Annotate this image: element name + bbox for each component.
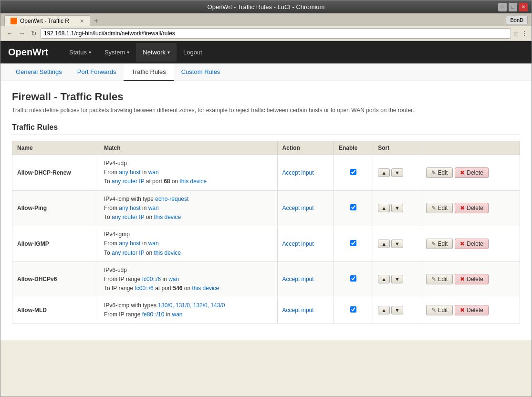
tab-general-settings-label: General Settings	[16, 68, 62, 75]
edit-button[interactable]: ✎ Edit	[426, 203, 453, 213]
rule-name-cell: Allow-Ping	[12, 190, 99, 226]
match-from-link[interactable]: any host	[119, 169, 140, 176]
col-action: Action	[277, 141, 334, 155]
main-content: Firewall - Traffic Rules Traffic rules d…	[0, 81, 532, 334]
delete-icon: ✖	[460, 307, 465, 313]
sort-buttons: ▲ ▼	[378, 240, 416, 248]
match-device-link[interactable]: this device	[180, 178, 207, 185]
match-device-link[interactable]: this device	[192, 285, 219, 292]
match-zone-link[interactable]: wan	[148, 240, 159, 247]
reload-button[interactable]: ↻	[29, 29, 39, 38]
nav-system[interactable]: System ▾	[98, 43, 136, 62]
sort-up-button[interactable]: ▲	[378, 306, 390, 314]
browser-tab-active[interactable]: OpenWrt - Traffic R ✕	[4, 15, 90, 26]
match-to-link[interactable]: any router IP	[112, 250, 144, 256]
col-name: Name	[12, 141, 99, 155]
delete-icon: ✖	[460, 205, 465, 211]
bookmark-button[interactable]: ☆	[513, 30, 519, 37]
sort-up-button[interactable]: ▲	[378, 168, 390, 177]
match-from-range-link[interactable]: fc00::/6	[142, 276, 161, 282]
nav-status[interactable]: Status ▾	[63, 43, 98, 62]
rule-action: Accept input	[282, 169, 314, 176]
maximize-button[interactable]: □	[509, 3, 517, 11]
action-buttons: ✎ Edit ✖ Delete	[426, 203, 515, 213]
forward-button[interactable]: →	[17, 29, 27, 38]
sort-up-button[interactable]: ▲	[378, 275, 390, 283]
match-text: IPv6-udp From IP range fc00::/6 in wan T…	[104, 266, 272, 293]
delete-button[interactable]: ✖ Delete	[455, 239, 489, 249]
tab-port-forwards[interactable]: Port Forwards	[70, 63, 124, 81]
rule-sort-cell: ▲ ▼	[373, 226, 421, 262]
match-from-link[interactable]: any host	[119, 205, 140, 211]
sort-down-button[interactable]: ▼	[391, 240, 403, 248]
delete-label: Delete	[467, 169, 483, 176]
col-actions	[421, 141, 520, 155]
nav-system-label: System	[104, 49, 125, 56]
nav-logout[interactable]: Logout	[177, 43, 209, 62]
match-to-range-link[interactable]: fc00::/6	[135, 285, 153, 292]
match-text: IPv4-icmp with type echo-request From an…	[104, 195, 272, 222]
rule-action-cell: Accept input	[277, 226, 334, 262]
edit-label: Edit	[438, 307, 448, 313]
edit-label: Edit	[438, 205, 448, 211]
bondi-button[interactable]: BonD	[506, 16, 528, 24]
delete-button[interactable]: ✖ Delete	[455, 305, 489, 315]
rule-enable-checkbox[interactable]	[350, 240, 356, 246]
match-to-link[interactable]: any router IP	[112, 178, 144, 185]
minimize-button[interactable]: ─	[498, 3, 507, 11]
edit-button[interactable]: ✎ Edit	[426, 167, 453, 178]
title-bar: OpenWrt - Traffic Rules - LuCI - Chromiu…	[0, 0, 532, 13]
tab-label: OpenWrt - Traffic R	[20, 18, 69, 24]
match-device-link[interactable]: this device	[154, 250, 181, 256]
rule-enable-checkbox[interactable]	[350, 306, 356, 313]
edit-button[interactable]: ✎ Edit	[426, 274, 453, 284]
openwrt-navbar: OpenWrt Status ▾ System ▾ Network ▾ Logo…	[0, 41, 532, 63]
address-input[interactable]	[41, 28, 511, 39]
rule-sort-cell: ▲ ▼	[373, 190, 421, 226]
nav-network[interactable]: Network ▾	[136, 43, 177, 62]
match-to-link[interactable]: any router IP	[112, 214, 144, 220]
rule-actions-cell: ✎ Edit ✖ Delete	[421, 190, 520, 226]
edit-button[interactable]: ✎ Edit	[426, 305, 453, 315]
edit-button[interactable]: ✎ Edit	[426, 239, 453, 249]
sort-down-button[interactable]: ▼	[391, 204, 403, 212]
rules-table: Name Match Action Enable Sort Allow-DHCP…	[12, 141, 520, 324]
openwrt-logo: OpenWrt	[8, 41, 58, 63]
match-type-link[interactable]: echo-request	[155, 196, 188, 202]
rule-action: Accept input	[282, 205, 314, 211]
new-tab-button[interactable]: +	[91, 16, 101, 26]
tab-port-forwards-label: Port Forwards	[77, 68, 116, 75]
sort-down-button[interactable]: ▼	[391, 275, 403, 283]
rule-name: Allow-MLD	[17, 307, 47, 313]
sort-down-button[interactable]: ▼	[391, 306, 403, 314]
sort-down-button[interactable]: ▼	[391, 168, 403, 177]
close-window-button[interactable]: ✕	[519, 3, 528, 11]
match-zone-link[interactable]: wan	[172, 311, 182, 318]
match-device-link[interactable]: this device	[154, 214, 181, 220]
window-title: OpenWrt - Traffic Rules - LuCI - Chromiu…	[208, 3, 325, 10]
tab-general-settings[interactable]: General Settings	[8, 63, 70, 81]
tab-custom-rules[interactable]: Custom Rules	[174, 63, 228, 81]
rule-enable-checkbox[interactable]	[350, 204, 356, 210]
nav-status-arrow: ▾	[89, 50, 91, 55]
sort-up-button[interactable]: ▲	[378, 204, 390, 212]
edit-icon: ✎	[431, 276, 436, 282]
match-zone-link[interactable]: wan	[148, 205, 159, 211]
match-text: IPv4-udp From any host in wan To any rou…	[104, 159, 272, 187]
rule-enable-checkbox[interactable]	[350, 169, 356, 175]
match-zone-link[interactable]: wan	[148, 169, 159, 176]
delete-button[interactable]: ✖ Delete	[455, 274, 489, 284]
sort-up-button[interactable]: ▲	[378, 240, 390, 248]
delete-button[interactable]: ✖ Delete	[455, 203, 489, 213]
rule-enable-checkbox[interactable]	[350, 275, 356, 282]
match-types-link[interactable]: 130/0, 131/0, 132/0, 143/0	[158, 302, 225, 309]
match-zone-link[interactable]: wan	[168, 276, 179, 282]
match-from-link[interactable]: any host	[119, 240, 140, 247]
delete-button[interactable]: ✖ Delete	[455, 167, 489, 178]
back-button[interactable]: ←	[4, 29, 15, 38]
match-from-range-link[interactable]: fe80::/10	[142, 311, 165, 318]
browser-menu-button[interactable]: ⋮	[521, 30, 528, 37]
match-text: IPv4-igmp From any host in wan To any ro…	[104, 230, 272, 258]
tab-close-button[interactable]: ✕	[80, 18, 84, 24]
tab-traffic-rules[interactable]: Traffic Rules	[124, 63, 173, 81]
